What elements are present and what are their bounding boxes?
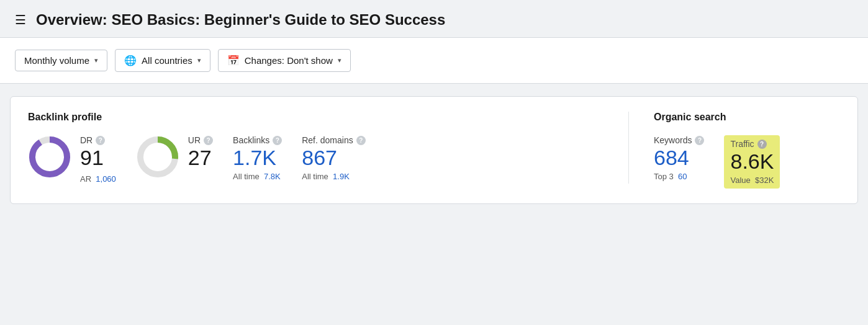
keywords-label: Keywords ? <box>654 135 704 145</box>
ur-help-icon[interactable]: ? <box>204 136 213 145</box>
backlinks-help-icon[interactable]: ? <box>273 136 282 145</box>
keywords-value: 684 <box>654 146 704 169</box>
ref-domains-value: 867 <box>302 146 365 169</box>
backlinks-alltime-value: 7.8K <box>264 172 281 181</box>
hamburger-icon[interactable]: ☰ <box>15 12 26 27</box>
ref-domains-label: Ref. domains ? <box>302 135 365 145</box>
dr-value: 91 <box>80 146 116 169</box>
ref-domains-metric: Ref. domains ? 867 All time 1.9K <box>302 135 365 181</box>
monthly-volume-label: Monthly volume <box>24 55 89 66</box>
traffic-help-icon[interactable]: ? <box>757 140 767 149</box>
keywords-top3-value: 60 <box>678 172 687 181</box>
ur-values: UR ? 27 <box>188 135 213 169</box>
monthly-volume-dropdown[interactable]: Monthly volume ▾ <box>15 50 107 71</box>
ref-domains-help-icon[interactable]: ? <box>356 136 366 145</box>
dr-label: DR ? <box>80 135 116 145</box>
keywords-help-icon[interactable]: ? <box>695 136 704 145</box>
page-title: Overview: SEO Basics: Beginner's Guide t… <box>36 11 445 29</box>
backlinks-metric: Backlinks ? 1.7K All time 7.8K <box>233 135 282 181</box>
header: ☰ Overview: SEO Basics: Beginner's Guide… <box>0 0 868 38</box>
keywords-metric: Keywords ? 684 Top 3 60 <box>654 135 704 181</box>
ref-domains-alltime-value: 1.9K <box>333 172 350 181</box>
dr-donut-chart <box>28 135 71 179</box>
organic-search-section: Organic search Keywords ? 684 Top 3 60 <box>629 112 840 189</box>
ar-row: AR 1,060 <box>80 174 116 184</box>
keywords-sub: Top 3 60 <box>654 172 704 181</box>
organic-metrics-row: Keywords ? 684 Top 3 60 Traffic ? 8. <box>654 135 840 189</box>
metrics-card: Backlink profile <box>10 96 858 204</box>
toolbar: Monthly volume ▾ 🌐 All countries ▾ 📅 Cha… <box>0 38 868 84</box>
chevron-down-icon-3: ▾ <box>338 56 341 65</box>
backlinks-label: Backlinks ? <box>233 135 282 145</box>
backlink-metrics-row: DR ? 91 AR 1,060 <box>28 135 604 184</box>
traffic-metric: Traffic ? 8.6K Value $32K <box>724 135 780 189</box>
ar-value: 1,060 <box>96 174 116 184</box>
chevron-down-icon-2: ▾ <box>197 56 201 65</box>
dr-metric: DR ? 91 AR 1,060 <box>28 135 116 184</box>
traffic-sub: Value $32K <box>730 176 774 185</box>
ur-label: UR ? <box>188 135 213 145</box>
organic-search-title: Organic search <box>654 112 840 123</box>
backlinks-value: 1.7K <box>233 146 282 169</box>
changes-dropdown[interactable]: 📅 Changes: Don't show ▾ <box>218 49 351 72</box>
all-countries-label: All countries <box>142 55 192 66</box>
traffic-value: 8.6K <box>730 150 774 173</box>
ref-domains-sub: All time 1.9K <box>302 172 365 181</box>
all-countries-dropdown[interactable]: 🌐 All countries ▾ <box>115 49 210 72</box>
backlink-profile-title: Backlink profile <box>28 112 604 123</box>
dr-values: DR ? 91 AR 1,060 <box>80 135 116 184</box>
dr-help-icon[interactable]: ? <box>96 136 105 145</box>
traffic-label: Traffic ? <box>730 139 774 149</box>
ur-value: 27 <box>188 146 213 169</box>
chevron-down-icon: ▾ <box>94 56 98 65</box>
ur-metric: UR ? 27 <box>136 135 213 179</box>
backlink-profile-section: Backlink profile <box>28 112 629 184</box>
globe-icon: 🌐 <box>124 55 137 66</box>
changes-label: Changes: Don't show <box>245 55 333 66</box>
calendar-icon: 📅 <box>227 55 240 66</box>
ur-donut-chart <box>136 135 179 179</box>
svg-point-1 <box>32 140 67 174</box>
traffic-value-amount: $32K <box>755 176 774 185</box>
backlinks-sub: All time 7.8K <box>233 172 282 181</box>
main-content: Backlink profile <box>0 84 868 216</box>
